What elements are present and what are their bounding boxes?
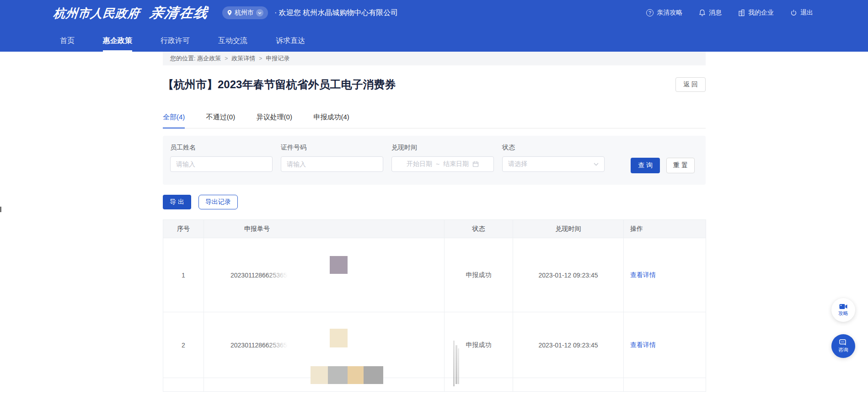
chat-bubble-icon xyxy=(839,339,847,346)
redaction-block xyxy=(364,366,383,384)
power-icon xyxy=(790,9,797,16)
video-camera-icon xyxy=(839,304,847,310)
tab-success[interactable]: 申报成功(4) xyxy=(313,113,349,128)
table-row: 2 202301128662536563 申报成功 2023-01-12 09:… xyxy=(163,312,706,378)
nav-item-licensing[interactable]: 行政许可 xyxy=(161,36,190,52)
select-arrow-icon xyxy=(594,163,599,166)
status-select[interactable]: 请选择 xyxy=(502,156,605,172)
records-table: 序号 申报单号 状态 兑现时间 操作 1 202301128662536567 … xyxy=(163,219,706,392)
back-button[interactable]: 返 回 xyxy=(675,77,706,92)
tab-dispute[interactable]: 异议处理(0) xyxy=(257,113,292,128)
logo-brand-text: 亲清在线 xyxy=(148,4,210,22)
redaction-block xyxy=(328,366,348,384)
menu-my-company-label: 我的企业 xyxy=(748,9,774,17)
employee-name-input[interactable] xyxy=(170,156,273,172)
table-row-partial xyxy=(163,378,706,392)
tab-rejected[interactable]: 不通过(0) xyxy=(206,113,235,128)
filter-panel: 员工姓名 证件号码 兑现时间 开始日期 ~ 结束日期 状态 请选择 xyxy=(163,136,706,185)
tab-all[interactable]: 全部(4) xyxy=(163,113,185,128)
menu-item-my-company[interactable]: 我的企业 xyxy=(738,9,774,17)
logo-government-text: 杭州市人民政府 xyxy=(53,5,141,21)
nav-item-home[interactable]: 首页 xyxy=(60,36,75,52)
id-number-label: 证件号码 xyxy=(281,144,383,152)
floating-consult-label: 咨询 xyxy=(838,347,848,353)
number-fade-overlay xyxy=(267,341,295,350)
breadcrumb-link-application-records[interactable]: 申报记录 xyxy=(266,54,289,63)
page-title: 【杭州市】2023年春节留杭省外员工电子消费券 xyxy=(163,77,396,92)
table-header-row: 序号 申报单号 状态 兑现时间 操作 xyxy=(163,220,706,238)
menu-logout-label: 退出 xyxy=(800,9,813,17)
menu-messages-label: 消息 xyxy=(709,9,722,17)
status-tabs: 全部(4) 不通过(0) 异议处理(0) 申报成功(4) xyxy=(163,113,706,128)
row-status: 申报成功 xyxy=(445,312,513,378)
view-detail-link[interactable]: 查看详情 xyxy=(630,271,656,278)
export-button[interactable]: 导 出 xyxy=(163,195,191,209)
nav-item-interaction[interactable]: 互动交流 xyxy=(218,36,247,52)
number-fade-overlay xyxy=(267,271,295,280)
redaction-block xyxy=(330,329,348,347)
export-toolbar: 导 出 导出记录 xyxy=(163,195,706,209)
field-employee-name: 员工姓名 xyxy=(170,144,273,172)
redaction-block xyxy=(330,256,348,274)
column-status: 状态 xyxy=(445,220,513,238)
row-order-no: 202301128662536567 xyxy=(204,238,445,312)
chevron-down-icon xyxy=(256,9,263,16)
start-date-placeholder: 开始日期 xyxy=(407,160,432,168)
column-actions: 操作 xyxy=(624,220,706,238)
redaction-block xyxy=(311,366,328,384)
menu-item-messages[interactable]: 消息 xyxy=(699,9,722,17)
breadcrumb-link-policies[interactable]: 惠企政策 xyxy=(197,54,221,63)
floating-guide-button[interactable]: 攻略 xyxy=(831,298,855,322)
field-redeem-time: 兑现时间 开始日期 ~ 结束日期 xyxy=(391,144,494,172)
row-index: 1 xyxy=(163,238,204,312)
search-button[interactable]: 查 询 xyxy=(631,158,660,173)
header-menu: ? 亲清攻略 消息 我的企业 退出 xyxy=(646,9,813,17)
end-date-placeholder: 结束日期 xyxy=(443,160,469,168)
location-selector[interactable]: 杭州市 xyxy=(222,6,268,19)
menu-item-guide[interactable]: ? 亲清攻略 xyxy=(646,9,682,17)
menu-guide-label: 亲清攻略 xyxy=(657,9,682,17)
title-row: 【杭州市】2023年春节留杭省外员工电子消费券 返 回 xyxy=(163,77,706,92)
main-nav: 首页 惠企政策 行政许可 互动交流 诉求直达 xyxy=(0,26,868,52)
location-label: 杭州市 xyxy=(235,9,254,17)
scan-smudge xyxy=(455,345,457,384)
status-placeholder: 请选择 xyxy=(508,160,527,168)
column-order-no: 申报单号 xyxy=(204,220,445,238)
site-logo: 杭州市人民政府 亲清在线 xyxy=(54,4,209,22)
breadcrumb-separator: > xyxy=(225,55,228,62)
breadcrumb-link-policy-detail[interactable]: 政策详情 xyxy=(231,54,255,63)
floating-guide-label: 攻略 xyxy=(838,310,848,317)
date-range-separator: ~ xyxy=(436,160,439,168)
reset-button[interactable]: 重 置 xyxy=(666,158,695,173)
bell-icon xyxy=(699,9,706,16)
welcome-text: · 欢迎您 杭州水晶城购物中心有限公司 xyxy=(274,8,398,18)
building-icon xyxy=(738,9,745,16)
field-id-number: 证件号码 xyxy=(281,144,383,172)
field-status: 状态 请选择 xyxy=(502,144,605,172)
nav-item-policies[interactable]: 惠企政策 xyxy=(103,36,132,52)
row-redeem-time: 2023-01-12 09:23:45 xyxy=(513,238,624,312)
edge-artifact xyxy=(0,207,1,212)
row-redeem-time: 2023-01-12 09:23:45 xyxy=(513,312,624,378)
row-status: 申报成功 xyxy=(445,238,513,312)
column-redeem-time: 兑现时间 xyxy=(513,220,624,238)
employee-name-label: 员工姓名 xyxy=(170,144,273,152)
filter-buttons: 查 询 重 置 xyxy=(631,158,695,173)
date-range-picker[interactable]: 开始日期 ~ 结束日期 xyxy=(391,156,494,172)
question-circle-icon: ? xyxy=(646,9,654,16)
calendar-icon xyxy=(472,161,479,167)
header-top-row: 杭州市人民政府 亲清在线 杭州市 · 欢迎您 杭州水晶城购物中心有限公司 ? 亲… xyxy=(0,0,868,26)
breadcrumb-prefix: 您的位置: xyxy=(170,54,196,63)
row-index: 2 xyxy=(163,312,204,378)
export-records-button[interactable]: 导出记录 xyxy=(198,195,238,209)
main-content: 您的位置: 惠企政策 > 政策详情 > 申报记录 【杭州市】2023年春节留杭省… xyxy=(163,52,706,392)
column-index: 序号 xyxy=(163,220,204,238)
scan-smudge xyxy=(458,348,459,384)
breadcrumb-separator: > xyxy=(259,55,262,62)
location-pin-icon xyxy=(227,10,232,16)
id-number-input[interactable] xyxy=(281,156,383,172)
floating-consult-button[interactable]: 咨询 xyxy=(831,334,855,358)
nav-item-appeals[interactable]: 诉求直达 xyxy=(276,36,305,52)
view-detail-link[interactable]: 查看详情 xyxy=(630,341,656,348)
menu-item-logout[interactable]: 退出 xyxy=(790,9,813,17)
